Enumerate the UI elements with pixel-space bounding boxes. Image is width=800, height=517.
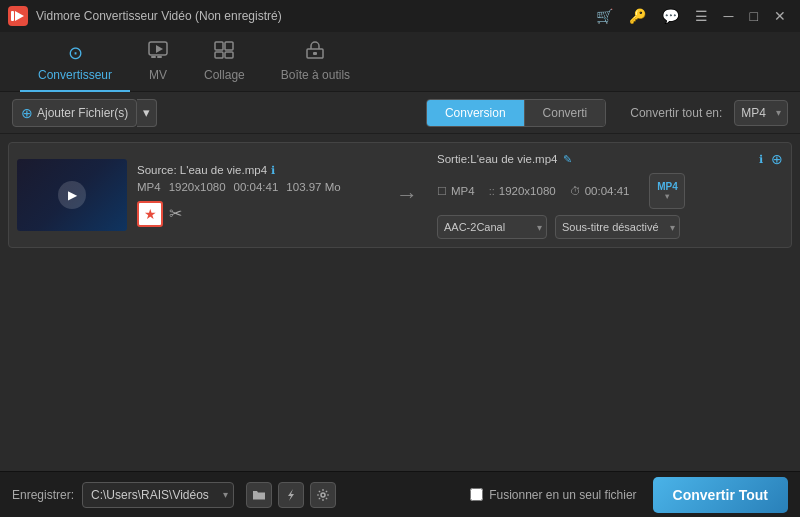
output-meta: ☐ MP4 :: 1920x1080 ⏱ 00:04:41 MP4 ▾ [437, 173, 783, 209]
maximize-button[interactable]: □ [744, 8, 764, 24]
save-path-wrapper: C:\Users\RAIS\Vidéos [82, 482, 234, 508]
tab-mv-label: MV [149, 68, 167, 82]
toolbar: ⊕ Ajouter Fichier(s) ▾ Conversion Conver… [0, 92, 800, 134]
output-resolution-item: :: 1920x1080 [489, 185, 556, 197]
output-info-icon[interactable]: ℹ [759, 153, 763, 166]
file-format: MP4 [137, 181, 161, 193]
output-info: Sortie:L'eau de vie.mp4 ✎ ℹ ⊕ ☐ MP4 :: 1… [437, 151, 783, 239]
add-output-icon[interactable]: ⊕ [771, 151, 783, 167]
merge-checkbox-label[interactable]: Fusionner en un seul fichier [470, 488, 636, 502]
close-button[interactable]: ✕ [768, 8, 792, 24]
convert-all-button[interactable]: Convertir Tout [653, 477, 788, 513]
svg-rect-9 [215, 52, 223, 58]
svg-marker-13 [288, 489, 294, 501]
window-controls: 🛒 🔑 💬 ☰ ─ □ ✕ [590, 8, 792, 24]
scissors-icon[interactable]: ✂ [169, 204, 182, 223]
convert-arrow: → [387, 182, 427, 208]
format-badge[interactable]: MP4 ▾ [649, 173, 685, 209]
add-files-dropdown[interactable]: ▾ [137, 99, 157, 127]
tab-converti[interactable]: Converti [525, 100, 606, 126]
output-duration-item: ⏱ 00:04:41 [570, 185, 630, 197]
svg-rect-8 [225, 42, 233, 50]
plus-icon: ⊕ [21, 105, 33, 121]
source-info-icon[interactable]: ℹ [271, 164, 275, 177]
output-format: MP4 [451, 185, 475, 197]
output-resolution: 1920x1080 [499, 185, 556, 197]
collage-icon [214, 41, 234, 64]
format-badge-text: MP4 [657, 181, 678, 192]
window-title: Vidmore Convertisseur Vidéo (Non enregis… [36, 9, 590, 23]
output-duration: 00:04:41 [585, 185, 630, 197]
format-mp4-label: MP4 [741, 106, 766, 120]
file-resolution: 1920x1080 [169, 181, 226, 193]
file-meta: MP4 1920x1080 00:04:41 103.97 Mo [137, 181, 377, 193]
folder-icon-button[interactable] [246, 482, 272, 508]
svg-rect-2 [11, 11, 14, 21]
file-row: ▶ Source: L'eau de vie.mp4 ℹ MP4 1920x10… [8, 142, 792, 248]
file-source: Source: L'eau de vie.mp4 ℹ [137, 164, 377, 177]
svg-rect-5 [151, 56, 156, 58]
video-thumbnail[interactable]: ▶ [17, 159, 127, 231]
resolution-icon: :: [489, 185, 495, 197]
shop-icon[interactable]: 🛒 [590, 8, 619, 24]
clock-icon: ⏱ [570, 185, 581, 197]
svg-rect-12 [313, 52, 317, 55]
output-header-actions: ℹ ⊕ [759, 151, 783, 167]
play-icon: ▶ [58, 181, 86, 209]
tab-conversion[interactable]: Conversion [427, 100, 525, 126]
merge-label: Fusionner en un seul fichier [489, 488, 636, 502]
footer-icons [246, 482, 336, 508]
file-actions: ★ ✂ [137, 201, 377, 227]
settings-icon-button[interactable] [310, 482, 336, 508]
output-header: Sortie:L'eau de vie.mp4 ✎ ℹ ⊕ [437, 151, 783, 167]
save-label: Enregistrer: [12, 488, 74, 502]
add-files-button[interactable]: ⊕ Ajouter Fichier(s) [12, 99, 137, 127]
tab-convertisseur[interactable]: ⊙ Convertisseur [20, 36, 130, 92]
tab-collage-label: Collage [204, 68, 245, 82]
format-icon: ☐ [437, 185, 447, 198]
audio-select-wrapper: AAC-2Canal [437, 215, 547, 239]
flash-icon-button[interactable] [278, 482, 304, 508]
tab-boite-label: Boîte à outils [281, 68, 350, 82]
merge-area: Fusionner en un seul fichier Convertir T… [470, 477, 788, 513]
nav-tabs: ⊙ Convertisseur MV Collage Boîte à outil… [0, 32, 800, 92]
svg-marker-4 [156, 45, 163, 53]
svg-rect-10 [225, 52, 233, 58]
arrow-icon: → [396, 182, 418, 208]
convert-all-label: Convertir tout en: [630, 106, 722, 120]
source-label: Source: L'eau de vie.mp4 [137, 164, 267, 176]
chat-icon[interactable]: 💬 [656, 8, 685, 24]
tab-mv[interactable]: MV [130, 35, 186, 92]
add-files-label: Ajouter Fichier(s) [37, 106, 128, 120]
merge-checkbox[interactable] [470, 488, 483, 501]
tab-convertisseur-label: Convertisseur [38, 68, 112, 82]
content-area: ▶ Source: L'eau de vie.mp4 ℹ MP4 1920x10… [0, 134, 800, 471]
boite-icon [305, 41, 325, 64]
tab-collage[interactable]: Collage [186, 35, 263, 92]
svg-point-14 [321, 493, 325, 497]
file-size: 103.97 Mo [286, 181, 340, 193]
add-files-group: ⊕ Ajouter Fichier(s) ▾ [12, 99, 157, 127]
star-button[interactable]: ★ [137, 201, 163, 227]
mv-icon [148, 41, 168, 64]
file-info: Source: L'eau de vie.mp4 ℹ MP4 1920x1080… [137, 164, 377, 227]
format-dropdown-arrow: ▾ [776, 107, 781, 118]
audio-select[interactable]: AAC-2Canal [437, 215, 547, 239]
conversion-tabs: Conversion Converti [426, 99, 606, 127]
convertisseur-icon: ⊙ [68, 42, 83, 64]
subtitle-select[interactable]: Sous-titre désactivé [555, 215, 680, 239]
footer: Enregistrer: C:\Users\RAIS\Vidéos Fusion… [0, 471, 800, 517]
app-logo [8, 6, 28, 26]
account-icon[interactable]: 🔑 [623, 8, 652, 24]
menu-icon[interactable]: ☰ [689, 8, 714, 24]
subtitle-select-wrapper: Sous-titre désactivé [555, 215, 680, 239]
tab-boite[interactable]: Boîte à outils [263, 35, 368, 92]
convert-format-select[interactable]: MP4 ▾ [734, 100, 788, 126]
output-label: Sortie:L'eau de vie.mp4 [437, 153, 557, 165]
svg-rect-6 [157, 56, 162, 58]
file-duration: 00:04:41 [234, 181, 279, 193]
edit-icon[interactable]: ✎ [563, 153, 572, 166]
svg-rect-7 [215, 42, 223, 50]
save-path-select[interactable]: C:\Users\RAIS\Vidéos [82, 482, 234, 508]
minimize-button[interactable]: ─ [718, 8, 740, 24]
